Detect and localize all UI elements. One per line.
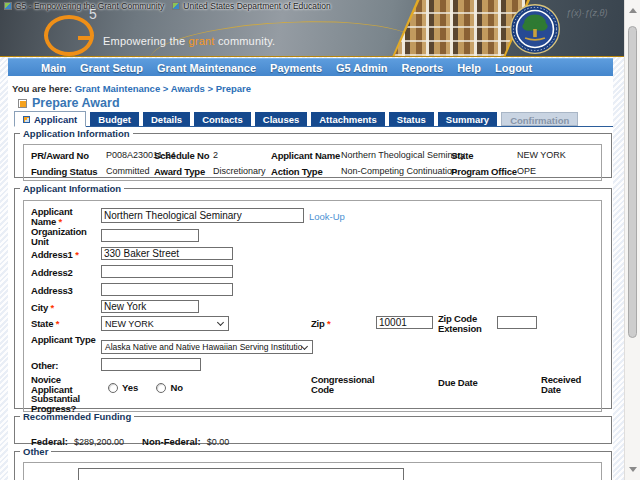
prepare-award-icon xyxy=(18,99,27,108)
address1-input[interactable] xyxy=(101,247,233,260)
tab-confirmation: Confirmation xyxy=(501,112,578,126)
address3-input[interactable] xyxy=(101,283,233,296)
address3-label: Address3 xyxy=(31,286,97,296)
address2-input[interactable] xyxy=(101,265,233,278)
program-office-value: OPE xyxy=(517,166,536,177)
menu-grant-maintenance[interactable]: Grant Maintenance xyxy=(157,62,256,74)
header-banner: G5 - Empowering the Grant Community Unit… xyxy=(0,0,624,57)
other-input[interactable] xyxy=(101,358,201,371)
breadcrumb-prepare[interactable]: Prepare xyxy=(216,83,251,94)
novice-yes-radio xyxy=(108,383,118,393)
breadcrumb-awards[interactable]: Awards xyxy=(171,83,205,94)
pr-award-no-label: PR/Award No xyxy=(31,150,106,161)
tab-applicant[interactable]: Applicant xyxy=(14,111,86,127)
applicant-type-label: Applicant Type xyxy=(31,335,97,345)
tab-attachments[interactable]: Attachments xyxy=(311,112,385,126)
doe-chip: United States Department of Education xyxy=(172,1,330,11)
funding-status-label: Funding Status xyxy=(31,166,106,177)
menu-payments[interactable]: Payments xyxy=(270,62,322,74)
chevron-down-icon xyxy=(217,319,224,326)
chevron-down-icon xyxy=(301,342,308,349)
tab-budget[interactable]: Budget xyxy=(90,112,139,126)
g5-application-window: G5 - Empowering the Grant Community Unit… xyxy=(0,0,640,480)
award-type-label: Award Type xyxy=(154,166,213,177)
breadcrumb-prefix: You are here: xyxy=(12,83,72,94)
congressional-code-label: Congressional Code xyxy=(311,375,381,394)
tab-clauses[interactable]: Clauses xyxy=(255,112,307,126)
doe-chip-label: United States Department of Education xyxy=(183,1,330,11)
award-type-value: Discretionary xyxy=(213,166,271,177)
g5-chip: G5 - Empowering the Grant Community xyxy=(4,1,164,11)
other-section: Other xyxy=(14,446,612,480)
menu-grant-setup[interactable]: Grant Setup xyxy=(80,62,143,74)
other-legend: Other xyxy=(20,446,51,457)
applicant-name-ro-label: Applicant Name xyxy=(271,150,341,161)
page-title: Prepare Award xyxy=(32,96,120,110)
g5-logo-g xyxy=(44,15,94,56)
address2-label: Address2 xyxy=(31,268,97,278)
novice-yes-option[interactable]: Yes xyxy=(108,377,138,395)
zip-code-extension-label: Zip Code Extension xyxy=(438,314,496,333)
menu-reports[interactable]: Reports xyxy=(402,62,444,74)
schedule-no-label: Schedule No xyxy=(154,150,213,161)
menu-help[interactable]: Help xyxy=(457,62,481,74)
recommended-funding-legend: Recommended Funding xyxy=(20,411,134,422)
action-type-label: Action Type xyxy=(271,166,341,177)
vertical-scrollbar[interactable] xyxy=(624,0,640,480)
banner-alt-labels: G5 - Empowering the Grant Community Unit… xyxy=(4,1,331,11)
organization-unit-input[interactable] xyxy=(101,229,199,242)
novice-no-option[interactable]: No xyxy=(156,377,183,395)
g5-chip-label: G5 - Empowering the Grant Community xyxy=(15,1,164,11)
doe-page-icon xyxy=(172,2,180,10)
menu-main[interactable]: Main xyxy=(41,62,66,74)
tab-contacts[interactable]: Contacts xyxy=(194,112,251,126)
scroll-up-arrow[interactable] xyxy=(629,8,637,13)
applicant-information-section: Applicant Information Applicant Name * L… xyxy=(14,183,612,409)
applicant-information-legend: Applicant Information xyxy=(20,183,124,194)
application-info-row: Funding Status Committed Award Type Disc… xyxy=(31,166,599,177)
banner-tagline: Empowering the grant community. xyxy=(103,35,275,47)
application-information-section: Application Information PR/Award No P008… xyxy=(14,128,612,178)
state-select[interactable]: NEW YORK xyxy=(101,316,229,331)
address1-label: Address1 * xyxy=(31,250,97,260)
funding-status-value: Committed xyxy=(106,166,154,177)
breadcrumb: You are here: Grant Maintenance > Awards… xyxy=(12,83,251,94)
zip-label: Zip * xyxy=(311,319,377,329)
breadcrumb-grant-maintenance[interactable]: Grant Maintenance xyxy=(75,83,161,94)
applicant-type-select[interactable]: Alaska Native and Native Hawaiian Servin… xyxy=(101,340,313,354)
lookup-link[interactable]: Look-Up xyxy=(309,211,345,222)
menu-g5-admin[interactable]: G5 Admin xyxy=(336,62,388,74)
pr-award-no-value: P008A230011-24 xyxy=(106,150,154,161)
other-textarea[interactable] xyxy=(78,468,404,480)
zip-input[interactable] xyxy=(376,316,433,329)
menu-logout[interactable]: Logout xyxy=(495,62,532,74)
city-label: City * xyxy=(31,303,97,313)
scrollbar-thumb[interactable] xyxy=(628,26,637,338)
tab-details[interactable]: Details xyxy=(143,112,190,126)
applicant-name-label: Applicant Name * xyxy=(31,207,97,226)
tab-summary[interactable]: Summary xyxy=(438,112,497,126)
g5-page-icon xyxy=(4,2,12,10)
applicant-name-input[interactable] xyxy=(101,208,304,223)
applicant-tab-icon xyxy=(23,116,30,123)
zip-code-extension-input[interactable] xyxy=(497,316,537,329)
city-input[interactable] xyxy=(101,300,199,313)
math-texture-decoration: ƒ(x)·ƒ(z,θ) xyxy=(566,8,607,18)
scroll-down-arrow[interactable] xyxy=(629,467,637,472)
tab-status[interactable]: Status xyxy=(389,112,434,126)
applicant-name-ro-value: Northern Theological Seminary xyxy=(341,150,451,161)
award-tab-strip: Applicant Budget Details Contacts Clause… xyxy=(14,111,613,127)
action-type-value: Non-Competing Continuation xyxy=(341,166,451,177)
breadcrumb-separator: > xyxy=(207,83,213,94)
novice-applicant-label: Novice Applicant xyxy=(31,375,97,394)
organization-unit-label: Organization Unit xyxy=(31,227,97,246)
application-info-row: PR/Award No P008A230011-24 Schedule No 2… xyxy=(31,150,599,161)
program-office-label: Program Office xyxy=(451,166,517,177)
schedule-no-value: 2 xyxy=(213,150,271,161)
main-menu-bar: Main Grant Setup Grant Maintenance Payme… xyxy=(8,58,613,76)
application-information-legend: Application Information xyxy=(20,128,133,139)
state-ro-value: NEW YORK xyxy=(517,150,566,161)
breadcrumb-separator: > xyxy=(163,83,169,94)
novice-no-radio xyxy=(156,383,166,393)
state-ro-label: State xyxy=(451,150,517,161)
